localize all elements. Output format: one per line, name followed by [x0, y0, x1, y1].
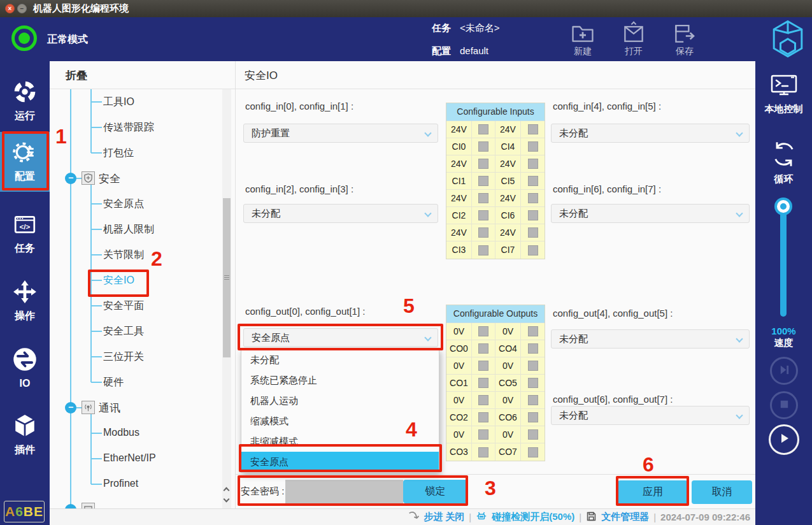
- io-state-button[interactable]: [478, 378, 488, 388]
- io-state-button[interactable]: [528, 176, 538, 186]
- tree-item-active[interactable]: 安全IO: [50, 268, 235, 293]
- open-task-button[interactable]: 打开: [613, 20, 654, 59]
- io-state-button[interactable]: [528, 361, 538, 371]
- sidebar-item-io[interactable]: IO: [0, 338, 50, 398]
- config-in-45-dropdown[interactable]: 未分配: [551, 124, 750, 143]
- io-state-button[interactable]: [478, 412, 488, 422]
- config-out-45-dropdown[interactable]: 未分配: [551, 329, 750, 349]
- io-state-button[interactable]: [528, 245, 538, 255]
- step-mode-status[interactable]: 步进 关闭: [424, 511, 464, 523]
- io-state-button[interactable]: [528, 141, 538, 152]
- save-button[interactable]: 保存: [664, 20, 705, 59]
- io-state-button[interactable]: [478, 159, 488, 169]
- io-state-button[interactable]: [478, 447, 488, 457]
- io-state-button[interactable]: [528, 447, 538, 457]
- scrollbar-arrows[interactable]: [222, 484, 231, 507]
- lock-button[interactable]: 锁定: [403, 480, 467, 503]
- tree-item[interactable]: 硬件: [50, 370, 235, 395]
- io-state-button[interactable]: [528, 193, 538, 203]
- collapse-all-button[interactable]: 折叠: [66, 68, 87, 83]
- tree-item[interactable]: 机器人限制: [50, 217, 235, 242]
- scrollbar-thumb[interactable]: [223, 198, 231, 357]
- io-state-button[interactable]: [478, 326, 488, 336]
- tree-item[interactable]: 安全平面: [50, 293, 235, 319]
- scroll-up-icon[interactable]: [224, 487, 230, 494]
- speed-slider-track[interactable]: [780, 206, 787, 317]
- io-state-button[interactable]: [478, 227, 488, 238]
- dropdown-option[interactable]: 非缩减模式: [241, 431, 439, 452]
- tree-item[interactable]: 安全原点: [50, 191, 235, 217]
- config-out-01-dropdown[interactable]: 安全原点: [243, 328, 438, 347]
- io-state-button[interactable]: [478, 361, 488, 371]
- play-button[interactable]: [769, 424, 799, 455]
- config-in-23-dropdown[interactable]: 未分配: [243, 204, 438, 223]
- config-out-67-dropdown[interactable]: 未分配: [551, 406, 750, 425]
- tree-item[interactable]: 安全工具: [50, 319, 235, 344]
- sidebar-item-task[interactable]: </> 任务: [0, 204, 50, 264]
- skip-to-end-button[interactable]: [770, 357, 798, 385]
- sidebar-item-operate[interactable]: 操作: [0, 271, 50, 331]
- file-manager-button[interactable]: 文件管理器: [601, 511, 649, 523]
- config-in-01-dropdown[interactable]: 防护重置: [243, 124, 438, 143]
- io-state-button[interactable]: [528, 227, 538, 238]
- local-control-button[interactable]: 本地控制: [755, 74, 812, 115]
- sidebar-item-config[interactable]: 配置: [0, 132, 50, 192]
- io-state-button[interactable]: [478, 429, 488, 440]
- tree-item[interactable]: Modbus: [50, 421, 235, 446]
- apply-button[interactable]: 应用: [618, 480, 688, 504]
- cancel-button[interactable]: 取消: [692, 480, 752, 504]
- stop-button[interactable]: [770, 391, 798, 419]
- dropdown-option[interactable]: 系统已紧急停止: [241, 370, 439, 391]
- tree-item[interactable]: 工具IO: [50, 89, 235, 115]
- io-state-button[interactable]: [528, 395, 538, 405]
- speed-slider-handle[interactable]: [774, 198, 792, 215]
- io-state-button[interactable]: [478, 343, 488, 354]
- dropdown-option[interactable]: 缩减模式: [241, 411, 439, 431]
- io-state-button[interactable]: [528, 412, 538, 422]
- io-state-button[interactable]: [528, 429, 538, 440]
- collapse-toggle-icon[interactable]: −: [65, 504, 76, 508]
- sidebar-item-run[interactable]: 运行: [0, 71, 50, 131]
- tree-item[interactable]: 打包位: [50, 140, 235, 166]
- minimize-icon[interactable]: −: [17, 4, 27, 13]
- new-task-button[interactable]: 新建: [562, 20, 603, 59]
- collapse-toggle-icon[interactable]: −: [65, 402, 76, 414]
- close-icon[interactable]: ×: [5, 4, 15, 13]
- tree-item[interactable]: Profinet: [50, 471, 235, 497]
- password-input[interactable]: [285, 480, 403, 503]
- loop-button[interactable]: 循环: [755, 140, 812, 185]
- io-state-button[interactable]: [478, 193, 488, 203]
- io-state-button[interactable]: [478, 210, 488, 220]
- io-state-button[interactable]: [528, 326, 538, 336]
- tree-item[interactable]: 关节限制: [50, 242, 235, 268]
- io-state-button[interactable]: [478, 124, 488, 134]
- sidebar-item-plugin[interactable]: 插件: [0, 405, 50, 465]
- tree-scrollbar[interactable]: [222, 89, 231, 508]
- tree-item[interactable]: −通讯: [50, 395, 235, 421]
- tree-item[interactable]: EtherNet/IP: [50, 446, 235, 471]
- io-state-button[interactable]: [478, 176, 488, 186]
- io-state-button[interactable]: [528, 210, 538, 220]
- tree-leaf-label: 安全平面: [103, 299, 144, 313]
- dropdown-option[interactable]: 未分配: [241, 350, 439, 370]
- io-state-button[interactable]: [478, 141, 488, 152]
- io-state-button[interactable]: [478, 245, 488, 255]
- io-state-button[interactable]: [528, 378, 538, 388]
- dropdown-option[interactable]: 安全原点: [241, 452, 439, 472]
- tree-item[interactable]: 三位开关: [50, 344, 235, 370]
- io-state-button[interactable]: [528, 124, 538, 134]
- scroll-down-icon[interactable]: [224, 496, 230, 503]
- tree-item[interactable]: −安全: [50, 166, 235, 191]
- config-in-67-dropdown[interactable]: 未分配: [551, 204, 750, 223]
- io-pin-label: 24V: [446, 190, 472, 206]
- io-state-button[interactable]: [528, 159, 538, 169]
- mode-label: 正常模式: [47, 33, 88, 47]
- tree-item[interactable]: 传送带跟踪: [50, 115, 235, 140]
- tree-item[interactable]: −: [50, 497, 235, 508]
- io-state-button[interactable]: [528, 343, 538, 354]
- collision-detection-status[interactable]: 碰撞检测开启(50%): [492, 511, 574, 523]
- dropdown-value: 未分配: [559, 410, 588, 422]
- io-state-button[interactable]: [478, 395, 488, 405]
- dropdown-option[interactable]: 机器人运动: [241, 391, 439, 411]
- collapse-toggle-icon[interactable]: −: [65, 173, 76, 184]
